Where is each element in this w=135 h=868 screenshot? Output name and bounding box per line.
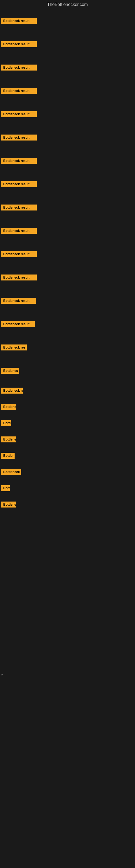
bottleneck-bar: Bottleneck result (1, 111, 37, 117)
bottleneck-bar: Bottleneck result (1, 18, 37, 24)
table-row: Bottleneck result (0, 149, 135, 173)
table-row: Bottleneck result (0, 79, 135, 102)
table-row: Bottleneck res (0, 336, 135, 359)
table-row: Bottleneck result (0, 33, 135, 56)
table-row: Bottlen (0, 447, 135, 464)
bottleneck-bar: Bottleneck result (1, 41, 37, 47)
bottom-section: 0 (0, 513, 135, 730)
table-row: Bottlene (0, 496, 135, 513)
bottleneck-bar: Bottlene (1, 436, 16, 442)
bottleneck-bar: Bottleneck res (1, 344, 27, 350)
table-row: Bottleneck result (0, 266, 135, 289)
table-row: Bottleneck result (0, 312, 135, 336)
bottleneck-bar: Bottl (1, 420, 11, 426)
table-row: Bottleneck result (0, 56, 135, 79)
table-row: Bottleneck result (0, 102, 135, 126)
bars-container: Bottleneck resultBottleneck resultBottle… (0, 9, 135, 513)
bottleneck-bar: Bottleneck (1, 469, 21, 475)
bottleneck-bar: Bottleneck result (1, 181, 37, 187)
table-row: Bottleneck result (0, 219, 135, 243)
table-row: Bottleneck (0, 464, 135, 480)
table-row: Bottleneck result (0, 126, 135, 149)
bottleneck-bar: Bottleneck re (1, 388, 23, 394)
bottleneck-bar: Bottleneck result (1, 65, 37, 70)
bottleneck-bar: Bottleneck result (1, 228, 37, 234)
table-row: Bottlenec (0, 359, 135, 382)
table-row: Bottleneck result (0, 196, 135, 219)
bottleneck-bar: Bottlen (1, 453, 14, 459)
table-row: Bottleneck result (0, 289, 135, 312)
bottleneck-bar: Bottleneck result (1, 275, 37, 280)
bottleneck-bar: Bottleneck result (1, 134, 37, 141)
site-title: TheBottlenecker.com (0, 0, 135, 9)
bottleneck-bar: Bottleneck result (1, 321, 35, 327)
bottleneck-bar: Bottleneck result (1, 251, 37, 257)
table-row: Bottleneck re (0, 382, 135, 399)
bottleneck-bar: Bott (1, 485, 10, 491)
bottleneck-bar: Bottleneck result (1, 88, 37, 94)
bottleneck-bar: Bottleneck result (1, 298, 36, 304)
bottleneck-bar: Bottleneck result (1, 158, 37, 164)
table-row: Bottleneck result (0, 9, 135, 33)
bottleneck-bar: Bottlene (1, 501, 16, 507)
table-row: Bottlene (0, 399, 135, 415)
table-row: Bottlene (0, 431, 135, 447)
bottleneck-bar: Bottlene (1, 404, 16, 410)
table-row: Bottleneck result (0, 173, 135, 196)
y-axis-label: 0 (1, 674, 3, 675)
table-row: Bottleneck result (0, 243, 135, 266)
table-row: Bottl (0, 415, 135, 431)
bottleneck-bar: Bottlenec (1, 368, 18, 374)
bottleneck-bar: Bottleneck result (1, 205, 37, 211)
table-row: Bott (0, 480, 135, 496)
